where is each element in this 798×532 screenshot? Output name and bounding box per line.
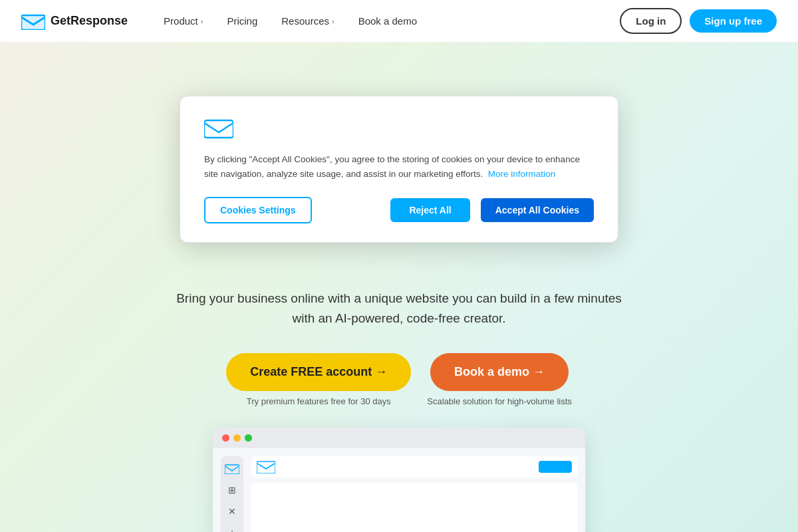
browser-sidebar: ⊞ ✕ ＋ [221, 456, 243, 532]
logo[interactable]: GetResponse [21, 13, 128, 30]
nav-pricing[interactable]: Pricing [217, 10, 267, 32]
nav-links: Product › Pricing Resources › Book a dem… [154, 10, 620, 32]
svg-rect-2 [204, 120, 233, 138]
nav-resources[interactable]: Resources › [272, 10, 343, 32]
nav-product[interactable]: Product › [154, 10, 212, 32]
cookie-settings-button[interactable]: Cookies Settings [204, 197, 312, 223]
browser-titlebar [213, 428, 585, 448]
browser-canvas: ✓ [251, 483, 577, 532]
browser-sidebar-icon-close: ✕ [225, 504, 239, 519]
browser-app-topbar [251, 456, 577, 477]
main-content: By clicking "Accept All Cookies", you ag… [0, 43, 798, 532]
browser-mockup: ⊞ ✕ ＋ ✓ [213, 428, 585, 532]
signup-button[interactable]: Sign up free [690, 9, 777, 33]
browser-content: ⊞ ✕ ＋ ✓ [213, 448, 585, 532]
cookie-logo [204, 118, 594, 142]
chevron-down-icon: › [332, 17, 334, 25]
browser-mini-button [539, 461, 572, 473]
navbar: GetResponse Product › Pricing Resources … [0, 0, 798, 43]
book-demo-group: Book a demo → Scalable solution for high… [427, 353, 572, 406]
login-button[interactable]: Log in [620, 8, 682, 34]
svg-rect-4 [257, 462, 275, 473]
svg-rect-3 [225, 465, 239, 474]
chevron-down-icon: › [201, 17, 203, 25]
create-account-button[interactable]: Create FREE account → [226, 353, 411, 391]
hero-subtitle: Bring your business online with a unique… [173, 289, 625, 329]
logo-text: GetResponse [51, 14, 128, 28]
browser-sidebar-icon-1 [225, 462, 239, 476]
cookie-more-info-link[interactable]: More information [488, 169, 555, 179]
cookie-text: By clicking "Accept All Cookies", you ag… [204, 152, 594, 181]
svg-rect-0 [21, 15, 45, 30]
create-account-note: Try premium features free for 30 days [247, 396, 391, 406]
create-account-group: Create FREE account → Try premium featur… [226, 353, 411, 406]
browser-sidebar-icon-add: ＋ [225, 525, 239, 532]
browser-sidebar-icon-network: ⊞ [225, 483, 239, 497]
cta-row: Create FREE account → Try premium featur… [226, 353, 572, 406]
browser-main-area: ✓ [251, 456, 577, 532]
window-maximize-dot [245, 434, 252, 442]
window-minimize-dot [233, 434, 241, 442]
nav-book-demo[interactable]: Book a demo [349, 10, 426, 32]
accept-all-button[interactable]: Accept All Cookies [481, 198, 594, 222]
demo-note: Scalable solution for high-volume lists [427, 396, 572, 406]
cookie-modal: By clicking "Accept All Cookies", you ag… [180, 96, 618, 243]
cookie-actions: Cookies Settings Reject All Accept All C… [204, 197, 594, 223]
window-close-dot [222, 434, 229, 442]
nav-actions: Log in Sign up free [620, 8, 777, 34]
reject-all-button[interactable]: Reject All [390, 198, 469, 222]
book-demo-button[interactable]: Book a demo → [430, 353, 569, 391]
